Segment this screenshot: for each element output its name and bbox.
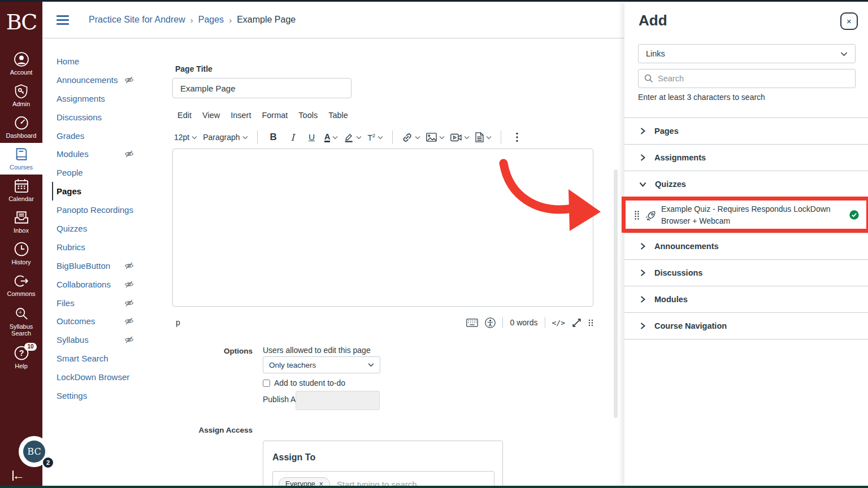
element-path[interactable]: p bbox=[176, 318, 180, 327]
highlighter-dropdown[interactable] bbox=[344, 132, 362, 142]
course-nav-modules[interactable]: Modules bbox=[57, 145, 170, 163]
help-badge: 10 bbox=[24, 343, 36, 351]
global-nav-courses[interactable]: Courses bbox=[0, 143, 42, 175]
chevron-down-icon bbox=[192, 136, 197, 140]
student-todo-checkbox[interactable] bbox=[263, 380, 270, 387]
italic-button[interactable]: I bbox=[286, 130, 300, 145]
content-accordion: Pages Assignments Quizzes Example Quiz -… bbox=[624, 117, 868, 339]
toolbar-divider bbox=[392, 130, 393, 144]
global-nav-label: Calendar bbox=[8, 195, 34, 202]
menu-format[interactable]: Format bbox=[262, 111, 288, 120]
course-nav-lockdown-browser[interactable]: LockDown Browser bbox=[57, 368, 170, 386]
link-dropdown[interactable] bbox=[402, 132, 420, 143]
global-nav-commons[interactable]: Commons bbox=[0, 269, 42, 301]
course-nav-panopto[interactable]: Panopto Recordings bbox=[57, 201, 170, 219]
course-nav-collaborations[interactable]: Collaborations bbox=[57, 275, 170, 294]
global-nav-label: Account bbox=[10, 69, 33, 76]
global-nav-history[interactable]: History bbox=[0, 238, 42, 269]
course-nav-label: Rubrics bbox=[57, 242, 85, 252]
course-nav-grades[interactable]: Grades bbox=[57, 127, 170, 145]
student-todo-label: Add to student to-do bbox=[274, 378, 345, 387]
course-nav-rubrics[interactable]: Rubrics bbox=[57, 238, 170, 256]
text-color-button: A bbox=[324, 132, 331, 142]
publish-at-input[interactable] bbox=[296, 391, 380, 410]
section-modules[interactable]: Modules bbox=[624, 286, 868, 312]
resize-editor-icon[interactable] bbox=[572, 318, 581, 328]
course-nav-assignments[interactable]: Assignments bbox=[57, 89, 170, 108]
course-nav-quizzes[interactable]: Quizzes bbox=[57, 219, 170, 238]
search-helper-text: Enter at least 3 characters to search bbox=[638, 93, 765, 102]
accessibility-checker-icon[interactable] bbox=[485, 317, 496, 328]
breadcrumb-course-link[interactable]: Practice Site for Andrew bbox=[89, 15, 185, 25]
breadcrumb-pages-link[interactable]: Pages bbox=[198, 15, 224, 25]
course-nav-people[interactable]: People bbox=[57, 163, 170, 182]
page-edit-form: Page Title Edit View Insert Format Tools… bbox=[170, 38, 624, 488]
course-nav-bigbluebutton[interactable]: BigBlueButton bbox=[57, 256, 170, 275]
course-nav-announcements[interactable]: Announcements bbox=[57, 71, 170, 89]
course-nav-files[interactable]: Files bbox=[57, 294, 170, 312]
media-dropdown[interactable] bbox=[450, 133, 470, 142]
tray-search-input[interactable] bbox=[658, 74, 849, 83]
section-discussions[interactable]: Discussions bbox=[624, 259, 868, 286]
underline-button[interactable]: U bbox=[305, 130, 319, 145]
document-dropdown[interactable] bbox=[475, 132, 492, 142]
image-dropdown[interactable] bbox=[426, 133, 445, 142]
course-nav-pages[interactable]: Pages bbox=[52, 182, 170, 201]
close-tray-button[interactable]: × bbox=[840, 12, 858, 30]
section-course-navigation[interactable]: Course Navigation bbox=[624, 312, 868, 339]
section-label: Discussions bbox=[654, 268, 702, 277]
main-scrollbar-thumb[interactable] bbox=[614, 169, 618, 418]
global-nav-dashboard[interactable]: Dashboard bbox=[0, 111, 42, 143]
clock-icon bbox=[14, 242, 29, 256]
html-editor-button[interactable]: </> bbox=[552, 319, 565, 327]
superscript-dropdown[interactable]: T2 bbox=[367, 133, 383, 142]
edit-permission-select[interactable]: Only teachers bbox=[263, 356, 380, 373]
drag-resize-handle-icon[interactable] bbox=[588, 319, 593, 326]
chevron-down-icon bbox=[840, 51, 848, 56]
brand-logo[interactable]: BC bbox=[0, 2, 42, 42]
options-section-label: Options bbox=[170, 347, 253, 355]
section-pages[interactable]: Pages bbox=[624, 117, 868, 144]
text-color-dropdown[interactable]: A bbox=[324, 132, 338, 142]
assign-access-section-label: Assign Access bbox=[170, 426, 253, 434]
course-nav-smart-search[interactable]: Smart Search bbox=[57, 349, 170, 368]
font-size-dropdown[interactable]: 12pt bbox=[174, 133, 197, 142]
course-nav-home[interactable]: Home bbox=[57, 52, 170, 71]
course-nav-settings[interactable]: Settings bbox=[57, 386, 170, 405]
section-assignments[interactable]: Assignments bbox=[624, 144, 868, 171]
chevron-down-icon bbox=[332, 136, 338, 140]
page-title-input[interactable] bbox=[172, 78, 351, 98]
paragraph-style-dropdown[interactable]: Paragraph bbox=[203, 133, 248, 142]
global-nav-calendar[interactable]: Calendar bbox=[0, 175, 42, 206]
statusbar-divider bbox=[545, 317, 545, 328]
global-nav-admin[interactable]: Admin bbox=[0, 80, 42, 111]
assign-access-card: Assign To Everyone × bbox=[263, 441, 503, 488]
global-nav-syllabus-search[interactable]: Syllabus Search bbox=[0, 301, 42, 342]
course-nav-discussions[interactable]: Discussions bbox=[57, 108, 170, 127]
hamburger-menu-icon[interactable] bbox=[57, 15, 69, 25]
global-nav-account[interactable]: Account bbox=[0, 48, 42, 80]
section-announcements[interactable]: Announcements bbox=[624, 233, 868, 259]
left-arrow-icon: ← bbox=[12, 470, 25, 481]
section-label: Quizzes bbox=[655, 180, 686, 189]
menu-table[interactable]: Table bbox=[328, 111, 348, 120]
menu-tools[interactable]: Tools bbox=[298, 111, 318, 120]
page-header: Practice Site for Andrew › Pages › Examp… bbox=[42, 2, 624, 38]
user-avatar[interactable]: BC 2 bbox=[19, 436, 50, 467]
quiz-link-item[interactable]: Example Quiz - Requires Respondus LockDo… bbox=[624, 197, 868, 233]
course-nav-syllabus[interactable]: Syllabus bbox=[57, 330, 170, 349]
menu-insert[interactable]: Insert bbox=[231, 111, 251, 120]
drag-handle-icon[interactable] bbox=[634, 210, 640, 220]
bold-button[interactable]: B bbox=[267, 130, 280, 145]
global-nav-help[interactable]: ? 10 Help bbox=[0, 342, 42, 373]
course-nav-outcomes[interactable]: Outcomes bbox=[57, 312, 170, 330]
section-quizzes[interactable]: Quizzes bbox=[624, 171, 868, 197]
rich-text-editor-body[interactable] bbox=[172, 149, 593, 307]
collapse-nav-button[interactable]: ← bbox=[12, 470, 25, 481]
content-type-select[interactable]: Links bbox=[638, 44, 856, 63]
menu-edit[interactable]: Edit bbox=[177, 111, 192, 120]
global-nav-inbox[interactable]: Inbox bbox=[0, 206, 42, 238]
more-options-kebab-icon[interactable] bbox=[510, 130, 524, 145]
keyboard-shortcuts-icon[interactable] bbox=[466, 319, 478, 327]
menu-view[interactable]: View bbox=[202, 111, 220, 120]
